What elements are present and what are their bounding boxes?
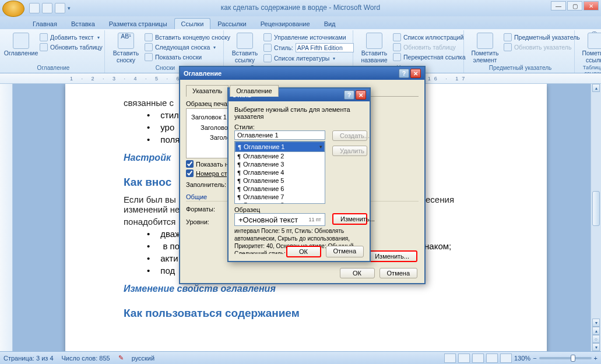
dialog-close-button[interactable]: ✕ xyxy=(356,90,366,100)
update-index-button[interactable]: Обновить указатель xyxy=(502,43,581,52)
dialog-tab-index[interactable]: Указатель xyxy=(186,85,229,97)
tab-mailings[interactable]: Рассылки xyxy=(210,18,253,29)
style-list-item[interactable]: ¶ Оглавление 5 xyxy=(235,176,325,185)
modify-style-button[interactable]: Изменить... xyxy=(332,213,367,225)
tab-view[interactable]: Вид xyxy=(317,18,343,29)
zoom-out-button[interactable]: − xyxy=(533,355,536,362)
figures-list-button[interactable]: Список иллюстраций xyxy=(392,33,466,42)
toc-button[interactable]: Оглавление xyxy=(6,31,36,58)
next-page-button[interactable]: ▾ xyxy=(592,343,600,351)
cancel-button[interactable]: Отмена xyxy=(326,246,364,257)
dialog-close-button[interactable]: ✕ xyxy=(410,69,421,78)
levels-label: Уровни: xyxy=(186,218,228,225)
modify-button[interactable]: Изменить... xyxy=(367,250,417,262)
dialog-help-button[interactable]: ? xyxy=(344,90,354,100)
ok-button[interactable]: ОК xyxy=(340,268,375,278)
current-style-field[interactable]: Оглавление 1 xyxy=(234,130,325,140)
style-list-item[interactable]: ¶ Оглавление 1 xyxy=(235,142,325,152)
mark-citation-button[interactable]: Пометить ссылку xyxy=(581,31,601,65)
group-label-toc: Оглавление xyxy=(6,65,101,72)
refresh-icon xyxy=(40,43,48,51)
bibliography-button[interactable]: Список литературы xyxy=(262,54,355,63)
qat-save-icon[interactable] xyxy=(29,3,40,13)
scroll-down-button[interactable]: ▾ xyxy=(592,319,600,327)
tab-home[interactable]: Главная xyxy=(26,18,64,29)
minimize-button[interactable]: — xyxy=(551,1,566,10)
next-icon xyxy=(145,43,153,51)
biblio-icon xyxy=(263,54,272,62)
manage-sources-button[interactable]: Управление источниками xyxy=(262,33,355,42)
styles-label: Стили: xyxy=(234,123,364,130)
style-list-item[interactable]: ¶ Оглавление 8 xyxy=(235,201,325,204)
browse-object-button[interactable]: ○ xyxy=(592,335,600,343)
ok-button[interactable]: ОК xyxy=(286,246,321,257)
maximize-button[interactable]: ▢ xyxy=(567,1,582,10)
citation-style-combo[interactable]: Стиль: APA Fifth Edition xyxy=(262,43,355,53)
show-icon xyxy=(145,53,153,61)
create-style-button[interactable]: Создать... xyxy=(332,130,367,141)
view-web-button[interactable] xyxy=(472,354,484,363)
mark-entry-button[interactable]: Пометить элемент xyxy=(470,31,500,65)
office-button[interactable] xyxy=(2,1,24,17)
style-list-item[interactable]: ¶ Оглавление 6 xyxy=(235,185,325,193)
vertical-scrollbar[interactable]: ▴ ▾ ▴ ○ ▾ xyxy=(591,84,601,351)
show-footnotes-button[interactable]: Показать сноски xyxy=(143,52,231,62)
status-wordcount[interactable]: Число слов: 855 xyxy=(62,355,110,362)
style-list-item[interactable]: ¶ Оглавление 7 xyxy=(235,193,325,201)
zoom-slider[interactable] xyxy=(539,357,592,359)
endnote-icon xyxy=(145,33,153,41)
style-list-item[interactable]: ¶ Оглавление 3 xyxy=(235,160,325,168)
doc-heading-italic: Изменение свойств оглавления xyxy=(124,284,500,294)
status-proofing-icon[interactable]: ✎ xyxy=(118,354,124,362)
right-align-numbers-checkbox[interactable] xyxy=(186,169,194,177)
view-fullscreen-button[interactable] xyxy=(458,354,470,363)
qat-undo-icon[interactable] xyxy=(42,3,52,13)
view-draft-button[interactable] xyxy=(500,354,512,363)
tab-references[interactable]: Ссылки xyxy=(174,18,211,29)
show-page-numbers-checkbox[interactable] xyxy=(186,160,194,168)
insert-index-button[interactable]: Предметный указатель xyxy=(502,33,581,42)
sources-icon xyxy=(263,33,272,41)
status-language[interactable]: русский xyxy=(132,355,154,362)
next-footnote-button[interactable]: Следующая сноска xyxy=(143,43,231,52)
cancel-button[interactable]: Отмена xyxy=(379,268,417,278)
plus-icon xyxy=(40,33,48,41)
view-outline-button[interactable] xyxy=(486,354,498,363)
style-list-item[interactable]: ¶ Оглавление 2 xyxy=(235,152,325,160)
scroll-up-button[interactable]: ▴ xyxy=(592,84,600,92)
vertical-ruler[interactable] xyxy=(0,84,13,351)
view-print-layout-button[interactable] xyxy=(444,354,456,363)
dialog-title: Оглавление xyxy=(184,70,222,77)
toc-icon xyxy=(13,33,29,49)
style-list-item[interactable]: ¶ Оглавление 4 xyxy=(235,168,325,176)
tab-review[interactable]: Рецензирование xyxy=(254,18,317,29)
refresh-icon xyxy=(504,43,512,51)
qat-redo-icon[interactable] xyxy=(55,3,65,13)
prev-page-button[interactable]: ▴ xyxy=(592,327,600,335)
zoom-in-button[interactable]: + xyxy=(594,355,598,362)
update-figures-button[interactable]: Обновить таблицу xyxy=(392,43,466,52)
add-text-button[interactable]: Добавить текст xyxy=(38,33,104,42)
tab-insert[interactable]: Вставка xyxy=(64,18,102,29)
style-listbox[interactable]: ¶ Оглавление 1¶ Оглавление 2¶ Оглавление… xyxy=(234,141,325,204)
cross-ref-button[interactable]: Перекрестная ссылка xyxy=(392,52,466,62)
formats-label: Форматы: xyxy=(186,206,228,213)
insert-footnote-button[interactable]: AB¹ Вставить сноску xyxy=(111,31,141,65)
insert-caption-button[interactable]: Вставить название xyxy=(359,31,389,65)
update-table-button[interactable]: Обновить таблицу xyxy=(38,43,104,52)
tab-layout[interactable]: Разметка страницы xyxy=(102,18,174,29)
crossref-icon xyxy=(393,53,401,61)
insert-citation-button[interactable]: Вставить ссылку xyxy=(230,31,260,65)
window-title: как сделать содержание в ворде - Microso… xyxy=(221,3,380,12)
zoom-level[interactable]: 130% xyxy=(514,355,530,362)
scroll-thumb[interactable] xyxy=(592,191,600,226)
status-page[interactable]: Страница: 3 из 4 xyxy=(3,355,54,362)
index-icon xyxy=(504,33,512,41)
delete-style-button[interactable]: Удалить xyxy=(332,146,367,156)
close-button[interactable]: ✕ xyxy=(584,1,599,10)
sample-label: Образец xyxy=(234,206,364,213)
list-icon xyxy=(393,33,401,41)
insert-endnote-button[interactable]: Вставить концевую сноску xyxy=(143,33,231,42)
dialog-tab-toc[interactable]: Оглавление xyxy=(230,85,278,97)
dialog-help-button[interactable]: ? xyxy=(399,69,409,78)
